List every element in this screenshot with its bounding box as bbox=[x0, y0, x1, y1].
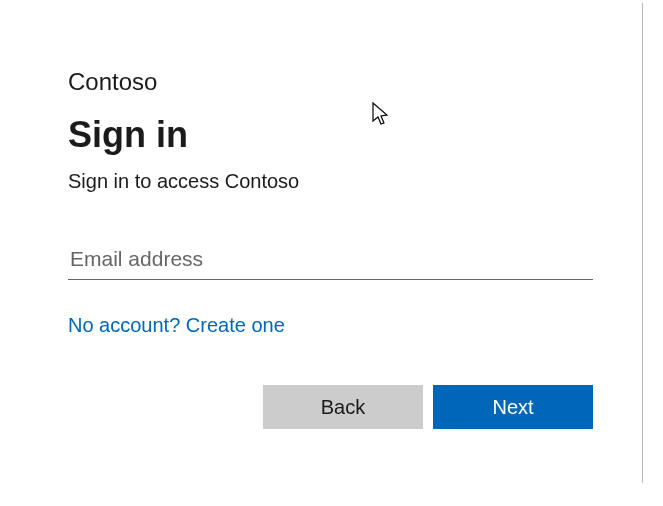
instruction-text: Sign in to access Contoso bbox=[68, 170, 593, 193]
right-divider bbox=[642, 3, 643, 483]
back-button[interactable]: Back bbox=[263, 385, 423, 429]
next-button[interactable]: Next bbox=[433, 385, 593, 429]
button-row: Back Next bbox=[68, 385, 593, 429]
page-title: Sign in bbox=[68, 114, 593, 156]
email-field[interactable] bbox=[68, 243, 593, 280]
create-account-link[interactable]: No account? Create one bbox=[68, 314, 285, 337]
signin-form: Contoso Sign in Sign in to access Contos… bbox=[0, 0, 663, 429]
company-name: Contoso bbox=[68, 68, 593, 96]
